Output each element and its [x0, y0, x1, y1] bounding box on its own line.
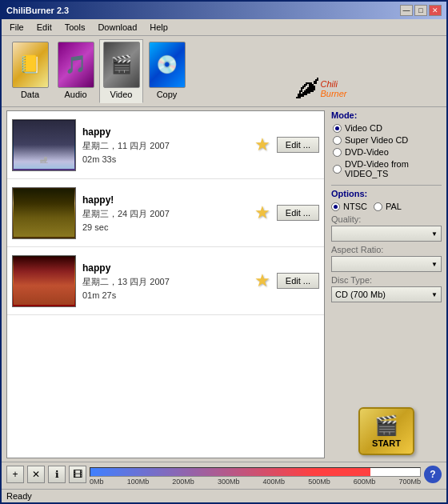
- menu-tools[interactable]: Tools: [60, 21, 90, 34]
- options-title: Options:: [331, 189, 442, 198]
- aspect-ratio-dropdown-arrow: ▼: [431, 261, 438, 268]
- video-info-2: happy! 星期三，24 四月 2007 29 sec: [76, 194, 248, 232]
- edit-button-1[interactable]: Edit ...: [277, 137, 319, 153]
- list-item: happy 星期二，13 四月 2007 01m 27s ★ Edit ...: [7, 247, 324, 315]
- menu-file[interactable]: File: [5, 21, 29, 34]
- right-panel: Mode: Video CD Super Video CD DVD-Video: [326, 107, 446, 462]
- disc-type-select[interactable]: CD (700 Mb) ▼: [331, 286, 442, 302]
- mode-dvd-video-ts-label: DVD-Video from VIDEO_TS: [345, 159, 442, 178]
- star-rating-1[interactable]: ★: [254, 134, 270, 155]
- mode-dvd-video-ts[interactable]: DVD-Video from VIDEO_TS: [333, 159, 442, 178]
- video-date-1: 星期二，11 四月 2007: [82, 140, 242, 152]
- status-bar: Ready: [2, 489, 446, 502]
- tab-video-icon: 🎬: [103, 42, 140, 88]
- mode-dvd-video-label: DVD-Video: [345, 147, 389, 157]
- menu-help[interactable]: Help: [145, 21, 173, 34]
- remove-button[interactable]: ✕: [27, 466, 45, 483]
- mode-video-cd-label: Video CD: [345, 123, 382, 133]
- radio-dvd-video-ts[interactable]: [333, 165, 342, 174]
- mode-dvd-video[interactable]: DVD-Video: [333, 147, 442, 157]
- start-button-area: 🎬 START: [331, 309, 442, 458]
- video-thumbnail-1: [12, 119, 76, 171]
- progress-label-5: 500Mb: [308, 478, 330, 486]
- bottom-toolbar: + ✕ ℹ 🎞 0Mb 100Mb 200Mb 300Mb 400Mb 500M…: [6, 466, 442, 483]
- tab-video[interactable]: 🎬 Video: [99, 39, 143, 103]
- start-icon: 🎬: [374, 414, 398, 437]
- film-button[interactable]: 🎞: [69, 466, 86, 483]
- logo-area: 🌶 Chili Burner: [198, 74, 440, 103]
- radio-pal[interactable]: [374, 202, 382, 211]
- video-date-3: 星期二，13 四月 2007: [82, 276, 242, 288]
- tab-audio-label: Audio: [64, 90, 86, 99]
- mode-section: Mode: Video CD Super Video CD DVD-Video: [331, 110, 442, 178]
- mode-title: Mode:: [331, 110, 442, 120]
- aspect-ratio-label: Aspect Ratio:: [331, 245, 442, 254]
- video-duration-2: 29 sec: [82, 222, 242, 232]
- tab-data-label: Data: [21, 90, 39, 99]
- list-item: happy 星期二，11 四月 2007 02m 33s ★ Edit ...: [7, 111, 324, 179]
- progress-label-1: 100Mb: [127, 478, 150, 486]
- edit-button-2[interactable]: Edit ...: [277, 205, 319, 221]
- star-rating-2[interactable]: ★: [254, 202, 270, 223]
- window-title: ChiliBurner 2.3: [6, 6, 69, 15]
- help-button[interactable]: ?: [424, 466, 442, 483]
- video-thumbnail-2: [12, 187, 76, 239]
- star-rating-3[interactable]: ★: [254, 270, 270, 291]
- radio-super-video-cd[interactable]: [333, 136, 342, 145]
- radio-ntsc[interactable]: [331, 202, 340, 211]
- progress-label-3: 300Mb: [218, 478, 240, 486]
- option-ntsc[interactable]: NTSC: [331, 202, 367, 211]
- ntsc-label: NTSC: [343, 202, 367, 211]
- title-bar: ChiliBurner 2.3 — □ ✕: [2, 2, 446, 19]
- start-label: START: [372, 438, 401, 448]
- quality-select[interactable]: ▼: [331, 226, 442, 242]
- tab-audio[interactable]: 🎵 Audio: [54, 39, 98, 103]
- toolbar: 📒 Data 🎵 Audio 🎬 Video 💿 Copy 🌶: [2, 36, 446, 107]
- close-button[interactable]: ✕: [429, 5, 442, 16]
- radio-video-cd[interactable]: [333, 124, 342, 133]
- info-button[interactable]: ℹ: [48, 466, 66, 483]
- quality-dropdown-arrow: ▼: [431, 230, 438, 238]
- progress-label-0: 0Mb: [90, 478, 104, 486]
- status-text: Ready: [6, 491, 32, 501]
- video-title-3: happy: [82, 262, 242, 274]
- pal-label: PAL: [386, 202, 402, 211]
- logo-burner: Burner: [320, 89, 346, 98]
- menu-download[interactable]: Download: [93, 21, 142, 34]
- video-thumbnail-3: [12, 255, 76, 307]
- video-info-3: happy 星期二，13 四月 2007 01m 27s: [76, 262, 248, 300]
- logo-text: Chili Burner: [320, 79, 346, 98]
- video-title-2: happy!: [82, 194, 242, 206]
- tab-copy[interactable]: 💿 Copy: [145, 39, 189, 103]
- start-button[interactable]: 🎬 START: [358, 407, 414, 455]
- mode-super-video-cd[interactable]: Super Video CD: [333, 135, 442, 145]
- disc-type-label: Disc Type:: [331, 275, 442, 285]
- options-section: Options: NTSC PAL Quality: ▼: [331, 185, 442, 302]
- video-info-1: happy 星期二，11 四月 2007 02m 33s: [76, 126, 248, 164]
- progress-fill: [90, 468, 370, 476]
- disc-type-dropdown-arrow: ▼: [431, 291, 438, 298]
- quality-label: Quality:: [331, 214, 442, 224]
- pepper-icon: 🌶: [294, 74, 320, 103]
- maximize-button[interactable]: □: [414, 5, 427, 16]
- radio-dvd-video[interactable]: [333, 148, 342, 157]
- add-button[interactable]: +: [6, 466, 24, 483]
- progress-track: [90, 467, 421, 477]
- video-duration-1: 02m 33s: [82, 154, 242, 164]
- menu-edit[interactable]: Edit: [32, 21, 57, 34]
- aspect-ratio-select[interactable]: ▼: [331, 256, 442, 272]
- edit-button-3[interactable]: Edit ...: [277, 273, 319, 289]
- main-content: happy 星期二，11 四月 2007 02m 33s ★ Edit ... …: [2, 107, 446, 462]
- main-window: ChiliBurner 2.3 — □ ✕ File Edit Tools Do…: [0, 0, 448, 504]
- minimize-button[interactable]: —: [400, 5, 413, 16]
- tab-copy-label: Copy: [157, 90, 178, 99]
- ntsc-pal-row: NTSC PAL: [331, 202, 442, 211]
- mode-radio-group: Video CD Super Video CD DVD-Video DVD-Vi…: [331, 123, 442, 178]
- tab-data-icon: 📒: [12, 42, 49, 88]
- video-date-2: 星期三，24 四月 2007: [82, 208, 242, 220]
- mode-video-cd[interactable]: Video CD: [333, 123, 442, 133]
- tab-data[interactable]: 📒 Data: [8, 39, 52, 103]
- progress-labels: 0Mb 100Mb 200Mb 300Mb 400Mb 500Mb 600Mb …: [90, 478, 421, 486]
- progress-area: 0Mb 100Mb 200Mb 300Mb 400Mb 500Mb 600Mb …: [90, 466, 421, 483]
- option-pal[interactable]: PAL: [374, 202, 402, 211]
